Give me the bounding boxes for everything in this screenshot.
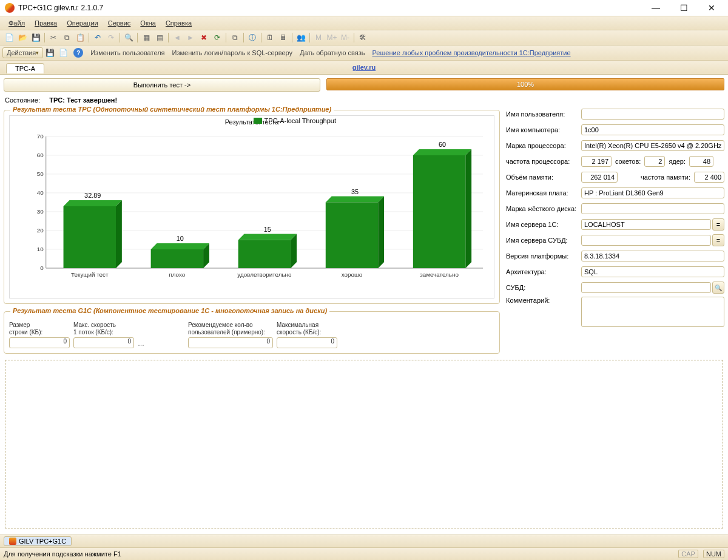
field-hdd[interactable] bbox=[581, 203, 724, 214]
users-icon[interactable]: 👥 bbox=[294, 32, 308, 44]
link-change-user[interactable]: Изменить пользователя bbox=[90, 49, 164, 56]
m-icon[interactable]: M bbox=[312, 32, 325, 44]
g1c-rowsize-value: 0 bbox=[9, 337, 70, 348]
link-change-sql[interactable]: Изменить логин/пароль к SQL-серверу bbox=[172, 49, 293, 56]
menu-file[interactable]: Файл bbox=[4, 19, 30, 27]
field-srvdb[interactable] bbox=[581, 235, 711, 246]
actions-toolbar: Действия 💾 📄 ? Изменить пользователя Изм… bbox=[0, 46, 728, 61]
field-cpu-freq[interactable] bbox=[581, 156, 612, 167]
legend-swatch bbox=[254, 118, 262, 124]
field-mem-freq[interactable] bbox=[694, 172, 724, 183]
g1c-more-button[interactable]: … bbox=[138, 340, 144, 347]
lbl-srv1c: Имя сервера 1С: bbox=[506, 221, 581, 228]
svg-text:70: 70 bbox=[37, 133, 44, 140]
status-line: Состояние: TPC: Тест завершен! bbox=[5, 96, 723, 104]
svg-marker-29 bbox=[291, 234, 297, 268]
lbl-cpu-brand: Марка процессора: bbox=[506, 142, 581, 149]
arrow-right-icon[interactable]: ► bbox=[184, 32, 197, 44]
minimize-button[interactable]: — bbox=[642, 0, 670, 16]
actions-dropdown[interactable]: Действия bbox=[2, 47, 43, 58]
field-sockets[interactable] bbox=[644, 156, 665, 167]
lbl-hdd: Марка жёсткого диска: bbox=[506, 205, 581, 212]
svg-marker-18 bbox=[64, 200, 122, 206]
saveas-icon[interactable]: 📄 bbox=[56, 47, 70, 59]
save-doc-icon[interactable]: 💾 bbox=[43, 47, 56, 59]
field-platform[interactable] bbox=[581, 251, 724, 261]
lbl-arch: Архитектура: bbox=[506, 268, 581, 275]
field-computer[interactable] bbox=[581, 124, 724, 135]
svg-text:15: 15 bbox=[264, 226, 271, 233]
m-minus-icon[interactable]: M- bbox=[339, 32, 352, 44]
tree-icon[interactable]: ▤ bbox=[153, 32, 166, 44]
document-tab[interactable]: GILV TPC+G1C bbox=[4, 536, 72, 546]
tab-strip: TPC-A gilev.ru bbox=[0, 61, 728, 75]
help-icon[interactable]: ? bbox=[73, 48, 83, 58]
dbms-search-button[interactable]: 🔍 bbox=[712, 282, 724, 294]
document-bar: GILV TPC+G1C bbox=[0, 535, 728, 547]
menubar: Файл Правка Операции Сервис Окна Справка bbox=[0, 16, 728, 30]
menu-edit[interactable]: Правка bbox=[30, 19, 62, 27]
undo-icon[interactable]: ↶ bbox=[91, 32, 104, 44]
field-comment[interactable] bbox=[581, 297, 724, 327]
lbl-cpu-freq: частота процессора: bbox=[506, 158, 581, 165]
svg-text:50: 50 bbox=[37, 170, 44, 177]
lbl-user: Имя пользователя: bbox=[506, 110, 581, 118]
paste-icon[interactable]: 📋 bbox=[73, 32, 87, 44]
menu-ops[interactable]: Операции bbox=[62, 19, 103, 27]
calendar-icon[interactable]: 🗓 bbox=[263, 32, 277, 44]
settings-icon[interactable]: 🛠 bbox=[356, 32, 369, 44]
find-icon[interactable]: 🔍 bbox=[122, 32, 135, 44]
stop-icon[interactable]: ✖ bbox=[197, 32, 211, 44]
save-icon[interactable]: 💾 bbox=[29, 32, 42, 44]
refresh-icon[interactable]: ⟳ bbox=[211, 32, 224, 44]
lbl-mem: Объём памяти: bbox=[506, 174, 581, 181]
field-srv1c[interactable] bbox=[581, 219, 711, 230]
svg-text:35: 35 bbox=[351, 188, 359, 195]
info-icon[interactable]: ⓘ bbox=[246, 32, 259, 44]
lbl-comment: Комментарий: bbox=[506, 297, 581, 304]
new-icon[interactable]: 📄 bbox=[2, 32, 16, 44]
m-plus-icon[interactable]: M+ bbox=[325, 32, 339, 44]
svg-rect-30 bbox=[238, 240, 291, 268]
link-perf-help[interactable]: Решение любых проблем производительности… bbox=[372, 49, 571, 56]
menu-help[interactable]: Справка bbox=[161, 19, 197, 27]
field-mobo[interactable] bbox=[581, 187, 724, 198]
arrow-left-icon[interactable]: ◄ bbox=[170, 32, 184, 44]
copy-icon[interactable]: ⧉ bbox=[60, 32, 73, 44]
srv1c-eq-button[interactable]: = bbox=[712, 218, 724, 231]
link-feedback[interactable]: Дать обратную связь bbox=[300, 49, 365, 56]
svg-rect-20 bbox=[64, 206, 116, 268]
svg-text:удовлетворительно: удовлетворительно bbox=[237, 271, 292, 278]
field-user[interactable] bbox=[581, 109, 724, 120]
g1c-maxspeed-value: 0 bbox=[277, 337, 337, 348]
close-button[interactable]: ✕ bbox=[698, 0, 726, 16]
cut-icon[interactable]: ✂ bbox=[47, 32, 60, 44]
redo-icon[interactable]: ↷ bbox=[104, 32, 118, 44]
titlebar: TPC+G1C gilev.ru: 2.1.0.7 — ☐ ✕ bbox=[0, 0, 728, 16]
field-arch[interactable] bbox=[581, 266, 724, 277]
menu-service[interactable]: Сервис bbox=[103, 19, 136, 27]
lbl-dbms: СУБД: bbox=[506, 284, 581, 291]
lbl-computer: Имя компьютера: bbox=[506, 126, 581, 133]
lbl-mobo: Материнская плата: bbox=[506, 189, 581, 197]
maximize-button[interactable]: ☐ bbox=[670, 0, 698, 16]
field-mem[interactable] bbox=[581, 172, 618, 183]
field-dbms[interactable] bbox=[581, 282, 711, 293]
tab-tpca[interactable]: TPC-A bbox=[6, 63, 44, 73]
svg-marker-38 bbox=[413, 149, 471, 155]
field-cores[interactable] bbox=[689, 156, 713, 167]
site-link[interactable]: gilev.ru bbox=[352, 64, 376, 71]
g1c-maxspeed1-value: 0 bbox=[73, 337, 134, 348]
calc-icon[interactable]: 🖩 bbox=[277, 32, 290, 44]
copy2-icon[interactable]: ⧉ bbox=[228, 32, 241, 44]
svg-marker-23 bbox=[151, 243, 209, 249]
g1c-group-title: Результат теста G1C (Компонентное тестир… bbox=[10, 307, 329, 314]
run-test-button[interactable]: Выполнить тест -> bbox=[4, 78, 320, 92]
cap-indicator: CAP bbox=[678, 550, 698, 558]
menu-windows[interactable]: Окна bbox=[135, 19, 161, 27]
grid-toggle-icon[interactable]: ▦ bbox=[140, 32, 153, 44]
open-icon[interactable]: 📂 bbox=[16, 32, 29, 44]
srvdb-eq-button[interactable]: = bbox=[712, 234, 724, 246]
svg-marker-34 bbox=[378, 197, 384, 268]
field-cpu-brand[interactable] bbox=[581, 140, 724, 151]
